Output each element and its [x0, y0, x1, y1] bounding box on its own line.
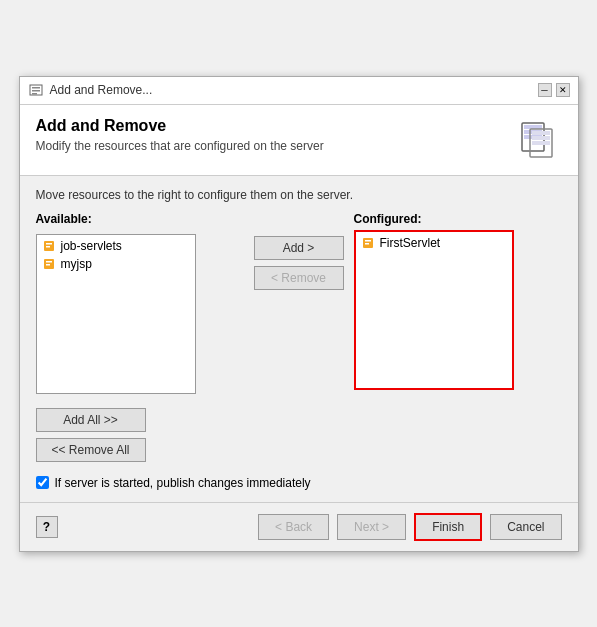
list-item[interactable]: FirstServlet [358, 234, 510, 252]
dialog-window: Add and Remove... ─ ✕ Add and Remove Mod… [19, 76, 579, 552]
configured-label: Configured: [354, 212, 562, 226]
svg-rect-1 [32, 87, 40, 89]
svg-rect-9 [532, 131, 550, 135]
header-section: Add and Remove Modify the resources that… [20, 105, 578, 176]
dialog-subtitle: Modify the resources that are configured… [36, 139, 324, 153]
svg-rect-20 [365, 243, 369, 245]
remove-all-button[interactable]: << Remove All [36, 438, 146, 462]
configured-list[interactable]: FirstServlet [354, 230, 514, 390]
help-button[interactable]: ? [36, 516, 58, 538]
publish-checkbox[interactable] [36, 476, 49, 489]
window-icon [28, 82, 44, 98]
instruction-text: Move resources to the right to configure… [36, 188, 562, 202]
back-button[interactable]: < Back [258, 514, 329, 540]
svg-rect-19 [365, 240, 371, 242]
title-text: Add and Remove... [50, 83, 153, 97]
svg-rect-17 [46, 264, 50, 266]
available-item-name: job-servlets [61, 239, 122, 253]
publish-label: If server is started, publish changes im… [55, 476, 311, 490]
add-button[interactable]: Add > [254, 236, 344, 260]
servlet-icon [362, 236, 376, 250]
svg-rect-14 [46, 246, 50, 248]
list-item[interactable]: job-servlets [39, 237, 193, 255]
svg-rect-13 [46, 243, 52, 245]
content-area: Move resources to the right to configure… [20, 176, 578, 502]
svg-rect-11 [532, 141, 550, 145]
module-icon [43, 257, 57, 271]
title-bar: Add and Remove... ─ ✕ [20, 77, 578, 105]
svg-rect-2 [32, 90, 40, 92]
publish-checkbox-row: If server is started, publish changes im… [36, 476, 562, 490]
available-list[interactable]: job-servlets myjsp [36, 234, 196, 394]
available-label: Available: [36, 212, 244, 226]
svg-rect-3 [32, 93, 37, 95]
configured-item-name: FirstServlet [380, 236, 441, 250]
close-button[interactable]: ✕ [556, 83, 570, 97]
bulk-buttons: Add All >> << Remove All [36, 408, 562, 462]
svg-rect-10 [532, 136, 550, 140]
remove-button[interactable]: < Remove [254, 266, 344, 290]
add-all-button[interactable]: Add All >> [36, 408, 146, 432]
svg-rect-16 [46, 261, 52, 263]
module-icon [43, 239, 57, 253]
cancel-button[interactable]: Cancel [490, 514, 561, 540]
finish-button[interactable]: Finish [414, 513, 482, 541]
transfer-buttons: Add > < Remove [244, 236, 354, 290]
available-item-name: myjsp [61, 257, 92, 271]
next-button[interactable]: Next > [337, 514, 406, 540]
list-item[interactable]: myjsp [39, 255, 193, 273]
dialog-footer: ? < Back Next > Finish Cancel [20, 502, 578, 551]
dialog-title: Add and Remove [36, 117, 324, 135]
server-icon [514, 117, 562, 165]
minimize-button[interactable]: ─ [538, 83, 552, 97]
